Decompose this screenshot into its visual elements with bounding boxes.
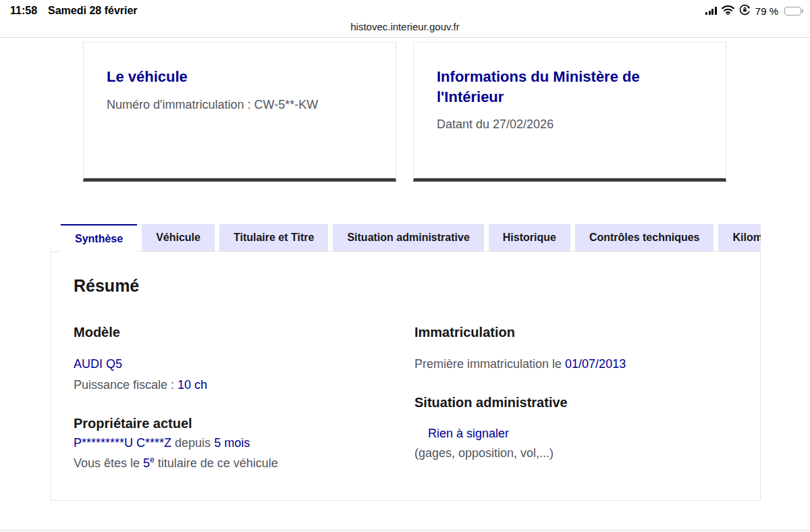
tab-situation-administrative[interactable]: Situation administrative [333, 224, 483, 251]
cellular-signal-icon [705, 7, 717, 15]
battery-icon [783, 7, 803, 16]
tab-controles-techniques[interactable]: Contrôles techniques [575, 224, 714, 251]
holder-line: Vous êtes le 5e titulaire de ce véhicule [74, 454, 414, 471]
admin-status-value: Rien à signaler [414, 425, 738, 442]
registration-heading: Immatriculation [414, 324, 738, 340]
battery-percent: 79 % [755, 5, 778, 17]
ios-toolbar: 11:58 Samedi 28 février 79 % his [0, 0, 810, 38]
registration-number: CW-5**-KW [254, 98, 319, 111]
first-registration-label: Première immatriculation le [414, 357, 565, 371]
vehicle-card-title: Le véhicule [107, 67, 373, 87]
vehicle-registration-line: Numéro d'immatriculation : CW-5**-KW [107, 97, 373, 113]
holder-suffix: titulaire de ce véhicule [155, 456, 278, 470]
fiscal-power-value: 10 ch [178, 378, 207, 392]
panel-title: Résumé [74, 276, 738, 296]
first-registration-line: Première immatriculation le 01/07/2013 [414, 356, 738, 372]
model-name: AUDI Q5 [74, 356, 414, 372]
holder-rank-suffix: e [150, 455, 155, 464]
fiscal-power-label: Puissance fiscale : [74, 378, 178, 392]
ministry-card: Informations du Ministère de l'Intérieur… [413, 42, 726, 182]
model-heading: Modèle [74, 324, 414, 340]
owner-heading: Propriétaire actuel [74, 415, 414, 431]
url-bar[interactable]: histovec.interieur.gouv.fr [0, 21, 810, 32]
tab-titulaire-et-titre[interactable]: Titulaire et Titre [219, 224, 328, 251]
holder-prefix: Vous êtes le [74, 456, 143, 470]
fiscal-power-line: Puissance fiscale : 10 ch [74, 377, 414, 393]
tab-historique[interactable]: Historique [489, 224, 570, 251]
owner-since-value: 5 mois [214, 436, 250, 450]
tab-kilometrage[interactable]: Kilométrage [718, 224, 761, 251]
tab-vehicule[interactable]: Véhicule [142, 224, 215, 251]
admin-status-heading: Situation administrative [414, 394, 738, 410]
tab-synthese[interactable]: Synthèse [61, 224, 137, 252]
owner-line: P*********U C****Z depuis 5 mois [74, 435, 414, 451]
ministry-card-title: Informations du Ministère de l'Intérieur [437, 67, 703, 107]
synthese-panel: Résumé Modèle AUDI Q5 Puissance fiscale … [51, 251, 761, 501]
vehicle-card: Le véhicule Numéro d'immatriculation : C… [83, 42, 396, 182]
registration-label: Numéro d'immatriculation : [107, 98, 254, 111]
rotation-lock-icon [739, 4, 751, 18]
statusbar-right: 79 % [705, 4, 803, 18]
wifi-icon [722, 5, 734, 17]
owner-since-label: depuis [171, 436, 214, 450]
first-registration-date: 01/07/2013 [565, 357, 626, 371]
owner-name: P*********U C****Z [74, 436, 171, 450]
panel-right-column: Immatriculation Première immatriculation… [414, 324, 738, 471]
admin-status-note: (gages, opposition, vol,...) [414, 445, 738, 461]
ministry-date-line: Datant du 27/02/2026 [437, 116, 703, 133]
clock: 11:58 [10, 5, 37, 17]
tab-bar: Synthèse Véhicule Titulaire et Titre Sit… [51, 224, 761, 252]
statusbar-left: 11:58 Samedi 28 février [10, 5, 138, 17]
summary-cards: Le véhicule Numéro d'immatriculation : C… [83, 42, 726, 182]
panel-left-column: Modèle AUDI Q5 Puissance fiscale : 10 ch… [74, 324, 414, 471]
holder-rank: 5 [143, 456, 150, 470]
date: Samedi 28 février [48, 5, 138, 17]
footer-divider [0, 530, 810, 531]
